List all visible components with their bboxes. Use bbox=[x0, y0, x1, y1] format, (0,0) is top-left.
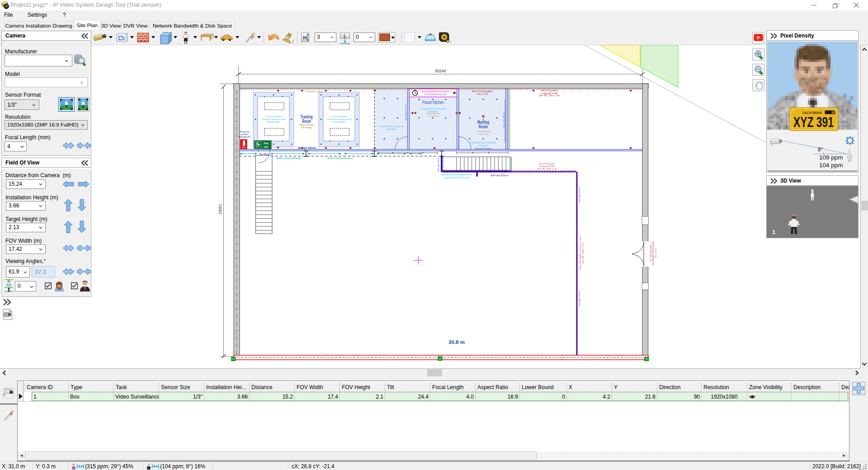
svg-text:104 ppm: 104 ppm bbox=[819, 162, 843, 169]
svg-text:8°: 8° bbox=[818, 146, 823, 153]
svg-text:L: L bbox=[344, 33, 347, 38]
svg-text:OUT DOOR LOGO: OUT DOOR LOGO bbox=[650, 244, 652, 262]
svg-text:XYZ 391: XYZ 391 bbox=[793, 114, 834, 130]
svg-text:Size TBC: 10m x 1.2m: Size TBC: 10m x 1.2m bbox=[537, 168, 557, 170]
svg-text:on top part of wall: on top part of wall bbox=[539, 165, 555, 167]
svg-text:Wall hght 3000mm: Wall hght 3000mm bbox=[437, 155, 439, 172]
svg-text:More TFS graphic: More TFS graphic bbox=[539, 163, 555, 165]
svg-text:ON FACADE OF BUILDING: ON FACADE OF BUILDING bbox=[652, 240, 654, 265]
svg-text:Aluminium & Rivets/glass Frame: Aluminium & Rivets/glass Frame bbox=[441, 174, 472, 176]
svg-text:30.8 m: 30.8 m bbox=[448, 339, 465, 345]
svg-text:(3.2m x 2m) + (2.2m x 2m): (3.2m x 2m) + (2.2m x 2m) bbox=[444, 177, 470, 179]
svg-text:H: H bbox=[303, 35, 307, 40]
svg-text:Modify existing balustrades: Modify existing balustrades bbox=[327, 157, 353, 160]
svg-text:Micro TFS graphic on top part: Micro TFS graphic on top part of wall bbox=[579, 237, 581, 269]
svg-text:Wall hght 3500mm: Wall hght 3500mm bbox=[491, 174, 509, 177]
svg-text:1: 1 bbox=[772, 229, 775, 235]
svg-text:5m x 1.2m: 5m x 1.2m bbox=[655, 248, 657, 258]
svg-text:Fire Door: Fire Door bbox=[259, 153, 269, 155]
svg-text:Modify existing balustrades: Modify existing balustrades bbox=[276, 157, 302, 160]
svg-text:Size TBC: 150m x 1.2m: Size TBC: 150m x 1.2m bbox=[582, 243, 584, 264]
svg-text:Wall hght 3000mm: Wall hght 3000mm bbox=[578, 186, 580, 202]
svg-text:Wall hght 2000mm: Wall hght 2000mm bbox=[578, 290, 580, 306]
svg-text:109 ppm: 109 ppm bbox=[819, 154, 843, 161]
